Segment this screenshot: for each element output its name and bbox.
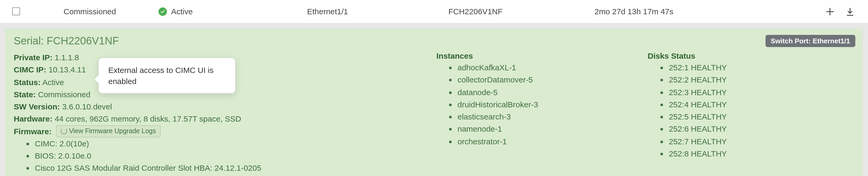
cell-uptime: 2mo 27d 13h 17m 47s [555,7,713,16]
kv-hardware: Hardware: 44 cores, 962G memory, 8 disks… [14,113,415,125]
instance-item: datanode-5 [458,86,626,98]
firmware-list: CIMC: 2.0(10e)BIOS: 2.0.10e.0Cisco 12G S… [14,138,415,176]
instance-item: elasticsearch-3 [458,111,626,123]
cell-serial: FCH2206V1NF [396,7,555,16]
firmware-item: BIOS: 2.0.10e.0 [35,150,415,162]
panel-serial-title: Serial: FCH2206V1NF [14,35,854,47]
kv-label: Private IP: [14,53,53,62]
kv-label: State: [14,90,36,99]
kv-value: 1.1.1.8 [55,53,79,62]
kv-sw-version: SW Version: 3.6.0.10.devel [14,100,415,113]
kv-value: 44 cores, 962G memory, 8 disks, 17.57T s… [55,114,241,123]
kv-label: SW Version: [14,102,60,111]
tooltip-text: External access to CIMC UI is enabled [108,65,213,86]
disk-item: 252:2 HEALTHY [669,74,838,86]
details-column: External access to CIMC UI is enabled Pr… [14,51,415,176]
kv-label: Status: [14,78,41,86]
firmware-item: CIMC: 2.0(10e) [35,138,415,150]
kv-firmware: Firmware: View Firmware Upgrade Logs [14,125,415,138]
kv-label: CIMC IP: [14,65,46,74]
kv-value: Active [42,78,64,86]
status-ok-icon [158,7,167,16]
disk-item: 252:5 HEALTHY [669,111,838,123]
instance-item: adhocKafkaXL-1 [458,61,626,74]
disks-column: Disks Status 252:1 HEALTHY252:2 HEALTHY2… [648,51,838,176]
instances-heading: Instances [436,51,626,60]
disk-item: 252:1 HEALTHY [669,61,838,74]
kv-value: 10.13.4.11 [49,65,86,74]
switch-port-badge: Switch Port: Ethernet1/1 [766,35,856,47]
disks-heading: Disks Status [648,51,838,60]
instance-item: druidHistoricalBroker-3 [458,98,626,111]
cell-status: Active [153,7,259,16]
cimc-tooltip: External access to CIMC UI is enabled [98,58,236,93]
instances-list: adhocKafkaXL-1collectorDatamover-5datano… [436,61,626,147]
view-firmware-logs-button[interactable]: View Firmware Upgrade Logs [56,125,161,138]
firmware-item: UCS VIC 1225 10Gbps 2 port CNA SFP+ Slot… [35,174,415,176]
disk-item: 252:4 HEALTHY [669,98,838,111]
firmware-item: Cisco 12G SAS Modular Raid Controller Sl… [35,162,415,174]
kv-label: Hardware: [14,114,53,123]
detail-panel-wrap: Serial: FCH2206V1NF Switch Port: Etherne… [0,23,868,176]
spinner-icon [61,128,67,134]
instances-column: Instances adhocKafkaXL-1collectorDatamov… [436,51,626,176]
download-button[interactable] [845,6,855,17]
instance-item: collectorDatamover-5 [458,74,626,86]
disks-list: 252:1 HEALTHY252:2 HEALTHY252:3 HEALTHY2… [648,61,838,159]
row-checkbox-cell[interactable] [5,7,26,15]
disk-item: 252:8 HEALTHY [669,147,838,160]
detail-panel: Serial: FCH2206V1NF Switch Port: Etherne… [5,29,863,176]
add-button[interactable] [825,6,835,17]
row-actions [825,6,863,17]
disk-item: 252:7 HEALTHY [669,135,838,147]
disk-item: 252:3 HEALTHY [669,86,838,98]
kv-value: Commissioned [38,90,90,99]
instance-item: orchestrator-1 [458,135,626,147]
status-label: Active [171,7,193,16]
cell-interface: Ethernet1/1 [259,7,396,16]
kv-value: 3.6.0.10.devel [62,102,112,111]
table-row[interactable]: Commissioned Active Ethernet1/1 FCH2206V… [0,0,868,23]
checkbox-icon[interactable] [12,7,20,15]
instance-item: namenode-1 [458,123,626,135]
cell-state: Commissioned [26,7,153,16]
fw-btn-label: View Firmware Upgrade Logs [69,126,156,136]
disk-item: 252:6 HEALTHY [669,123,838,135]
kv-label: Firmware: [14,125,52,138]
